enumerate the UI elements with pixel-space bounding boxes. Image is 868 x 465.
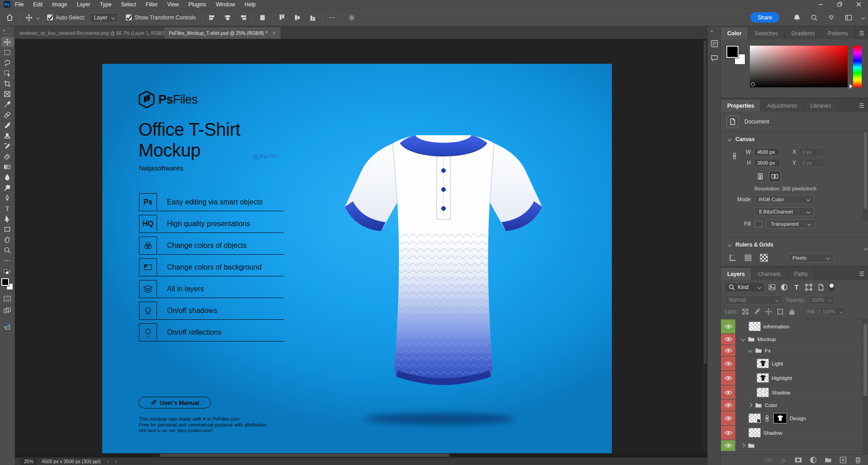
panel-tab[interactable]: Swatches <box>748 27 785 39</box>
tool-button-clone-stamp-tool[interactable] <box>1 131 14 141</box>
tool-button-path-selection-tool[interactable] <box>1 214 14 224</box>
publish-icon[interactable] <box>1 322 14 332</box>
show-transform-checkbox[interactable] <box>126 14 132 20</box>
layers-scrollbar[interactable] <box>863 319 868 454</box>
layer-mask-thumbnail[interactable] <box>773 413 787 423</box>
panel-menu-icon[interactable]: ☰ <box>859 102 864 109</box>
layer-thumbnail[interactable] <box>749 428 761 437</box>
chevron-down-icon[interactable] <box>36 15 40 19</box>
lock-all-icon[interactable] <box>788 308 796 315</box>
tool-button-crop-tool[interactable] <box>1 79 14 89</box>
layer-row[interactable] <box>721 440 868 451</box>
align-bottom-icon[interactable] <box>307 12 319 24</box>
transparency-icon[interactable] <box>760 254 768 262</box>
lock-artboard-icon[interactable] <box>777 308 784 315</box>
filter-adjustment-icon[interactable] <box>780 283 789 292</box>
fill-swatch[interactable] <box>754 221 763 228</box>
auto-select-dropdown[interactable]: Layer <box>90 13 119 23</box>
visibility-eye-icon[interactable] <box>721 319 736 333</box>
color-swatches[interactable] <box>726 46 746 66</box>
history-panel-icon[interactable] <box>709 38 720 49</box>
tool-button-rectangle-tool[interactable] <box>1 224 14 234</box>
visibility-eye-icon[interactable] <box>721 356 736 370</box>
y-field[interactable]: 0 px <box>799 159 825 167</box>
visibility-eye-icon[interactable] <box>721 371 736 385</box>
new-group-icon[interactable] <box>825 456 832 464</box>
rulers-grids-section-header[interactable]: Rulers & Grids <box>721 237 868 251</box>
align-middle-icon[interactable] <box>291 12 303 24</box>
layer-row-design[interactable]: Design <box>721 411 868 426</box>
blend-mode-dropdown[interactable]: Normal <box>725 295 782 304</box>
zoom-level[interactable]: 25% <box>20 458 37 465</box>
hue-slider[interactable] <box>853 46 862 87</box>
restore-button[interactable] <box>830 0 849 9</box>
canvas-viewport[interactable]: PsFiles Office T-Shirt Mockup Naijasoftw… <box>15 39 707 453</box>
workspace-icon[interactable] <box>843 12 854 24</box>
minimize-button[interactable] <box>811 0 830 9</box>
tool-button-eraser-tool[interactable] <box>1 152 14 161</box>
layer-row-shadow[interactable]: Shadow <box>721 426 868 440</box>
bits-dropdown[interactable]: 8 Bits/Channel <box>754 207 814 216</box>
dock-collapse-icon[interactable]: » <box>711 29 713 33</box>
gear-icon[interactable] <box>346 12 358 24</box>
layer-row-color[interactable]: Color <box>721 400 868 411</box>
foreground-background-colors[interactable] <box>1 278 13 290</box>
properties-scrollbar[interactable] <box>863 130 868 221</box>
screen-mode-icon[interactable] <box>1 305 14 315</box>
scroll-left-icon[interactable]: ‹ <box>115 459 117 464</box>
menu-item[interactable]: Filter <box>146 1 158 8</box>
panel-tab[interactable]: Adjustments <box>761 100 804 112</box>
panel-tab[interactable]: Gradients <box>785 27 821 39</box>
tool-button-eyedropper-tool[interactable] <box>1 100 14 109</box>
tool-button-marquee-tool[interactable] <box>1 47 14 57</box>
lock-position-icon[interactable] <box>765 308 772 315</box>
auto-select-checkbox[interactable] <box>47 14 53 20</box>
tool-button-healing-brush-tool[interactable] <box>1 110 14 120</box>
panel-tab[interactable]: Patterns <box>821 27 855 39</box>
filter-toggle[interactable] <box>829 283 835 292</box>
mode-dropdown[interactable]: RGB Color <box>754 195 814 204</box>
group-chevron-icon[interactable] <box>741 337 745 341</box>
document-tab[interactable]: windows_xp_box_cleaned-Recovered.png @ 6… <box>15 27 164 39</box>
adjustment-layer-icon[interactable] <box>810 456 817 464</box>
tool-button-gradient-tool[interactable] <box>1 162 14 172</box>
portrait-orientation-button[interactable] <box>754 171 766 182</box>
menu-item[interactable]: Layer <box>76 1 90 8</box>
new-layer-icon[interactable] <box>839 456 847 464</box>
canvas-section-header[interactable]: Canvas <box>721 132 868 145</box>
x-field[interactable]: 0 px <box>799 148 825 156</box>
layer-name[interactable]: Shadow <box>763 430 782 436</box>
tool-button-move-tool[interactable] <box>1 37 14 47</box>
vertical-scrollbar[interactable] <box>703 39 707 453</box>
menu-item[interactable]: Edit <box>33 1 43 8</box>
panel-tab[interactable]: Paths <box>787 268 815 280</box>
panel-menu-icon[interactable]: ☰ <box>859 270 864 277</box>
visibility-eye-icon[interactable] <box>721 440 736 451</box>
quick-mask-icon[interactable] <box>1 294 14 304</box>
rulers-icon[interactable] <box>729 254 736 261</box>
move-tool-options-icon[interactable] <box>23 12 35 24</box>
menu-item[interactable]: Type <box>100 1 111 8</box>
status-popup-chevron-icon[interactable]: › <box>107 459 109 464</box>
spectrum-cursor[interactable] <box>751 82 755 86</box>
panel-tab[interactable]: Color <box>721 27 748 39</box>
layer-thumbnail[interactable] <box>749 413 761 423</box>
users-manual-button[interactable]: User's Manual <box>138 397 211 408</box>
filter-smart-object-icon[interactable] <box>816 283 825 292</box>
menu-item[interactable]: File <box>15 1 24 8</box>
tool-button-hand-tool[interactable] <box>1 235 14 245</box>
wh-link-icon[interactable] <box>731 152 738 160</box>
panel-tab[interactable]: Channels <box>752 268 788 280</box>
document-canvas[interactable]: PsFiles Office T-Shirt Mockup Naijasoftw… <box>102 64 612 453</box>
bell-icon[interactable] <box>791 12 803 24</box>
color-spectrum-field[interactable] <box>750 46 848 87</box>
document-tab[interactable]: PsFiles_Mockup_T-shirt.psd @ 25% (RGB/8)… <box>164 27 281 39</box>
layer-name[interactable]: Color <box>765 403 777 408</box>
lock-transparency-icon[interactable] <box>742 308 749 315</box>
workspace-chevron-icon[interactable] <box>861 15 865 19</box>
swap-colors-icon[interactable] <box>4 269 11 275</box>
layer-row-information[interactable]: information <box>721 319 868 334</box>
link-layers-icon[interactable] <box>765 456 772 464</box>
group-chevron-icon[interactable] <box>749 403 752 407</box>
layer-row-shadow[interactable]: Shadow <box>721 385 868 400</box>
